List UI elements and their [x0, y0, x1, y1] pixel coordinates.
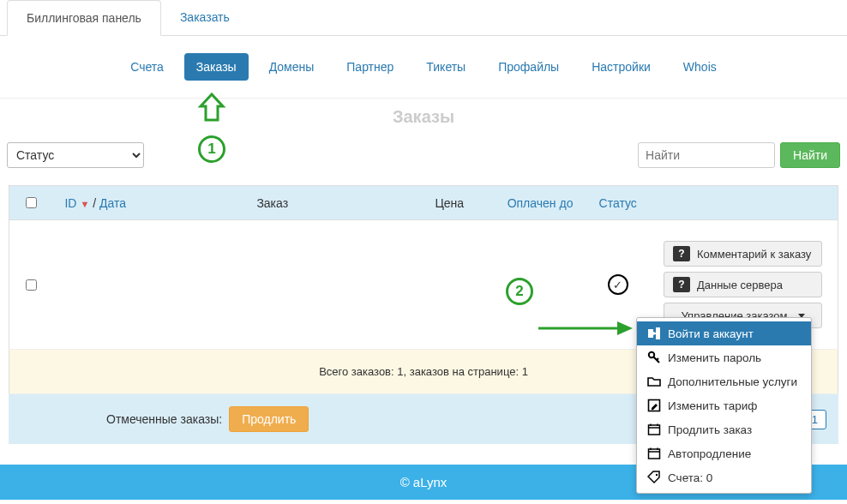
dd-renew-order[interactable]: Продлить заказ: [637, 417, 811, 441]
dd-autorenew[interactable]: Автопродление: [637, 441, 811, 465]
col-order[interactable]: Заказ: [139, 186, 406, 220]
cell-order: [139, 220, 406, 350]
status-ok-icon: ✓: [608, 274, 628, 295]
edit-icon: [647, 399, 661, 412]
question-icon: ?: [673, 277, 690, 292]
cell-paid-until: [493, 220, 588, 350]
col-id[interactable]: ID: [64, 196, 76, 210]
status-filter[interactable]: Статус: [7, 142, 144, 168]
top-tabs: Биллинговая панель Заказать: [0, 0, 847, 36]
row-checkbox[interactable]: [26, 279, 37, 291]
svg-rect-2: [656, 327, 660, 339]
nav-tickets[interactable]: Тикеты: [414, 53, 478, 81]
dd-change-plan[interactable]: Изменить тариф: [637, 393, 811, 417]
calendar-icon: [647, 447, 661, 460]
nav-invoices[interactable]: Счета: [118, 53, 176, 81]
selected-orders-label: Отмеченные заказы:: [106, 412, 222, 426]
order-comment-button[interactable]: ? Комментарий к заказу: [664, 241, 822, 267]
dd-login-account[interactable]: Войти в аккаунт: [637, 321, 811, 345]
dd-bills[interactable]: Счета: 0: [637, 465, 811, 489]
folder-icon: [647, 375, 661, 388]
login-icon: [647, 327, 661, 340]
tab-billing-panel[interactable]: Биллинговая панель: [7, 0, 161, 36]
cell-price: [406, 220, 493, 350]
filter-row: Статус Найти: [0, 135, 847, 175]
svg-line-5: [657, 358, 658, 360]
secondary-nav: Счета Заказы Домены Партнер Тикеты Профа…: [0, 36, 847, 99]
footer-copyright: © aLynx: [400, 475, 448, 489]
nav-domains[interactable]: Домены: [257, 53, 327, 81]
nav-whois[interactable]: Whois: [671, 53, 729, 81]
question-icon: ?: [673, 246, 690, 261]
dd-extra-services[interactable]: Дополнительные услуги: [637, 369, 811, 393]
col-date[interactable]: Дата: [99, 196, 126, 210]
col-price[interactable]: Цена: [406, 186, 493, 220]
nav-profiles[interactable]: Профайлы: [486, 53, 571, 81]
sort-desc-icon: ▼: [80, 199, 89, 209]
svg-rect-11: [649, 449, 660, 459]
tab-order[interactable]: Заказать: [161, 0, 249, 35]
dd-change-password[interactable]: Изменить пароль: [637, 345, 811, 369]
nav-settings[interactable]: Настройки: [580, 53, 663, 81]
col-actions: [648, 186, 838, 220]
col-status[interactable]: Статус: [599, 196, 637, 210]
renew-selected-button[interactable]: Продлить: [229, 406, 309, 432]
svg-point-15: [656, 474, 658, 476]
search-input[interactable]: [638, 142, 775, 168]
nav-partner[interactable]: Партнер: [334, 53, 405, 81]
server-data-button[interactable]: ? Данные сервера: [664, 272, 822, 297]
page-title: Заказы: [0, 107, 847, 127]
tag-icon: [647, 471, 661, 484]
key-icon: [647, 351, 661, 364]
nav-orders[interactable]: Заказы: [184, 53, 249, 81]
col-separator: /: [93, 196, 99, 210]
manage-order-dropdown: Войти в аккаунт Изменить пароль Дополнит…: [636, 317, 812, 494]
svg-rect-7: [649, 425, 660, 435]
col-paid-until[interactable]: Оплачен до: [508, 196, 574, 210]
calendar-icon: [647, 423, 661, 436]
select-all-checkbox[interactable]: [26, 197, 37, 208]
cell-id-date: [52, 220, 139, 350]
search-button[interactable]: Найти: [780, 142, 840, 168]
